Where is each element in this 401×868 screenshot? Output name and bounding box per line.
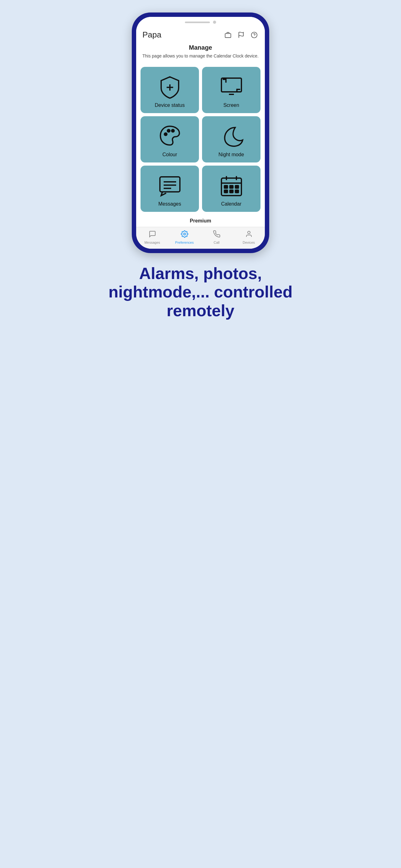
grid-item-messages[interactable]: Messages: [140, 165, 199, 212]
nav-call-label: Call: [213, 241, 220, 244]
screen-label: Screen: [223, 102, 239, 108]
svg-point-27: [248, 231, 250, 234]
moon-icon: [219, 124, 244, 149]
premium-label: Premium: [190, 218, 211, 223]
svg-point-26: [183, 233, 186, 235]
nav-messages-label: Messages: [144, 241, 160, 244]
device-status-label: Device status: [155, 102, 185, 108]
grid-item-calendar[interactable]: Calendar: [202, 165, 261, 212]
palette-icon: [157, 124, 182, 149]
help-icon[interactable]: [250, 31, 259, 39]
message-icon: [157, 173, 182, 198]
night-mode-label: Night mode: [219, 152, 244, 157]
app-header: Papa: [136, 26, 265, 42]
svg-point-10: [167, 129, 170, 132]
grid-item-screen[interactable]: Screen: [202, 67, 261, 113]
svg-rect-24: [230, 190, 233, 192]
nav-item-messages[interactable]: Messages: [136, 230, 168, 244]
bottom-tagline: Alarms, photos, nightmode,... controlled…: [94, 264, 307, 320]
nav-item-preferences[interactable]: Preferences: [168, 230, 201, 244]
app-content: Papa: [136, 26, 265, 249]
manage-description: This page allows you to manage the Calen…: [142, 53, 259, 59]
premium-bar: Premium: [136, 215, 265, 227]
svg-point-11: [171, 129, 174, 132]
grid-item-night-mode[interactable]: Night mode: [202, 116, 261, 162]
svg-rect-25: [235, 190, 238, 192]
flag-icon[interactable]: [237, 31, 245, 39]
nav-preferences-icon: [181, 230, 188, 240]
calendar-label: Calendar: [221, 201, 241, 207]
nav-item-devices[interactable]: Devices: [233, 230, 265, 244]
app-title: Papa: [142, 30, 162, 40]
svg-rect-12: [160, 177, 180, 192]
calendar-icon: [219, 173, 244, 198]
nav-devices-icon: [245, 230, 253, 240]
nav-devices-label: Devices: [243, 241, 255, 244]
shield-icon: [157, 74, 182, 99]
notch: [136, 17, 265, 26]
manage-title: Manage: [142, 44, 259, 51]
manage-section: Manage This page allows you to manage th…: [136, 42, 265, 64]
bottom-nav: Messages Preferences: [136, 227, 265, 249]
svg-rect-20: [224, 186, 227, 188]
nav-messages-icon: [149, 230, 156, 240]
svg-point-9: [164, 133, 167, 135]
header-icons: [224, 31, 259, 39]
messages-label: Messages: [158, 201, 181, 207]
grid-item-device-status[interactable]: Device status: [140, 67, 199, 113]
svg-rect-21: [230, 186, 233, 188]
briefcase-icon[interactable]: [224, 31, 232, 39]
nav-preferences-label: Preferences: [175, 241, 194, 244]
phone-inner: Papa: [136, 17, 265, 249]
phone-frame: Papa: [132, 12, 269, 253]
svg-rect-22: [235, 186, 238, 188]
monitor-icon: [219, 74, 244, 99]
svg-rect-0: [225, 33, 231, 37]
grid-item-colour[interactable]: Colour: [140, 116, 199, 162]
notch-dot: [213, 21, 216, 24]
nav-item-call[interactable]: Call: [201, 230, 233, 244]
feature-grid: Device status Screen: [136, 64, 265, 215]
nav-call-icon: [213, 230, 221, 240]
svg-rect-23: [224, 190, 227, 192]
colour-label: Colour: [162, 152, 177, 157]
notch-bar: [185, 22, 210, 23]
